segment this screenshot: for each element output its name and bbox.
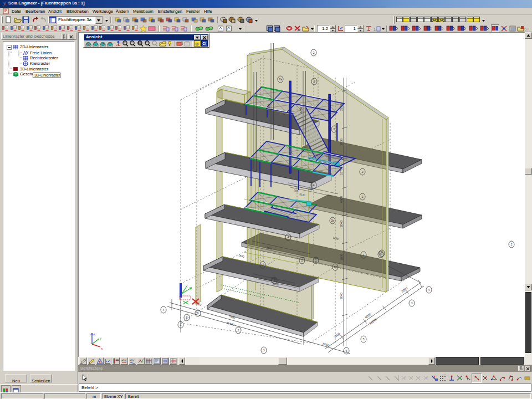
svg-text:12096: 12096	[369, 318, 377, 325]
svg-text:B: B	[195, 42, 198, 47]
svg-text:z: z	[94, 332, 95, 336]
svg-text:x: x	[101, 347, 103, 350]
svg-text:7a: 7a	[279, 78, 283, 81]
svg-text:2: 2	[237, 329, 239, 332]
svg-text:4: 4	[287, 236, 289, 239]
svg-text:1: 1	[180, 323, 181, 326]
svg-text:4: 4	[162, 308, 164, 311]
svg-text:10: 10	[261, 263, 264, 267]
svg-text:1: 1	[273, 279, 275, 282]
svg-text:4: 4	[428, 288, 429, 291]
svg-text:4956: 4956	[267, 104, 270, 111]
svg-text:8: 8	[186, 316, 187, 319]
svg-text:6: 6	[345, 349, 347, 352]
svg-text:1600: 1600	[340, 254, 343, 260]
svg-text:2: 2	[510, 243, 512, 246]
svg-text:2: 2	[381, 252, 382, 255]
svg-text:1870: 1870	[340, 168, 343, 175]
svg-text:y: y	[100, 336, 101, 340]
svg-text:2000: 2000	[333, 332, 340, 339]
svg-text:5: 5	[362, 337, 364, 341]
svg-text:2040: 2040	[340, 221, 343, 227]
svg-text:2b: 2b	[331, 219, 334, 222]
svg-text:1: 1	[362, 253, 364, 257]
svg-text:3236: 3236	[299, 107, 303, 114]
svg-text:5: 5	[301, 259, 303, 262]
svg-text:3: 3	[313, 80, 315, 83]
svg-text:2: 2	[361, 170, 363, 173]
svg-text:9: 9	[197, 311, 198, 315]
svg-text:2: 2	[313, 51, 314, 54]
svg-text:1660: 1660	[238, 254, 245, 258]
svg-text:4: 4	[313, 183, 314, 187]
svg-text:6000: 6000	[364, 313, 371, 319]
svg-text:6: 6	[333, 127, 335, 131]
svg-text:2: 2	[361, 195, 363, 198]
svg-text:3: 3	[263, 349, 264, 352]
svg-text:3: 3	[411, 301, 412, 305]
svg-text:abc: abc	[121, 359, 127, 362]
svg-text:4800: 4800	[340, 196, 343, 203]
svg-text:2040: 2040	[340, 293, 343, 299]
svg-text:1: 1	[374, 27, 376, 31]
svg-text:abc: abc	[130, 359, 135, 362]
svg-text:67: 67	[524, 27, 529, 32]
svg-text:11400: 11400	[226, 321, 235, 326]
svg-text:10: 10	[334, 265, 337, 269]
svg-text:1: 1	[315, 259, 316, 262]
svg-text:2030: 2030	[340, 139, 343, 145]
svg-text:2250: 2250	[340, 104, 343, 111]
